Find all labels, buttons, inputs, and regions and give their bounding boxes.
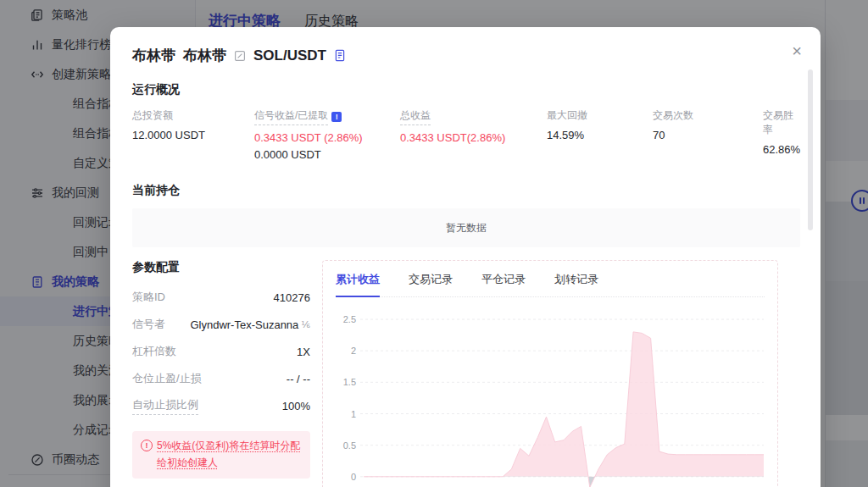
param-value: -- / -- — [287, 373, 310, 385]
param-label[interactable]: 自动止损比例 — [132, 397, 198, 415]
param-row-signaler: 信号者 Glyndwr-Tex-Suzanna ⅙ — [132, 311, 310, 338]
strategy-detail-modal: × 布林带 布林带 SOL/USDT 运行概况 总投资额 12.0000 USD… — [110, 27, 821, 487]
position-heading: 当前持仓 — [132, 183, 800, 198]
param-row-tp-sl: 仓位止盈/止损 -- / -- — [132, 365, 310, 392]
signaler-name: Glyndwr-Tex-Suzanna — [190, 318, 298, 331]
stat-label[interactable]: 信号收益/已提取 — [254, 108, 328, 125]
svg-text:2: 2 — [351, 346, 356, 356]
modal-title: 布林带 布林带 SOL/USDT — [132, 46, 800, 65]
overview-stats: 总投资额 12.0000 USDT 信号收益/已提取 ! 0.3433 USDT… — [132, 108, 800, 161]
stat-value: 0.3433 USDT (2.86%) — [254, 131, 400, 144]
cumulative-return-chart: -0.500.511.522.52022-12-022022-12-092022… — [336, 299, 765, 487]
param-label: 策略ID — [132, 290, 165, 305]
stat-label: 总投资额 — [132, 108, 173, 123]
tab-cumulative-return[interactable]: 累计收益 — [336, 272, 380, 287]
warning-circle-icon: ! — [141, 440, 153, 451]
param-value: Glyndwr-Tex-Suzanna ⅙ — [190, 318, 310, 331]
stat-total-profit: 总收益 0.3433 USDT(2.86%) — [400, 108, 547, 161]
stat-total-investment: 总投资额 12.0000 USDT — [132, 108, 254, 161]
stat-value: 0.3433 USDT(2.86%) — [400, 131, 547, 144]
param-value: 100% — [282, 400, 310, 412]
records-panel: 累计收益 交易记录 平仓记录 划转记录 -0.500.511.522.52022… — [322, 260, 778, 487]
param-value: 1X — [297, 346, 310, 358]
empty-state: 暂无数据 — [132, 208, 800, 247]
empty-state-text: 暂无数据 — [446, 221, 487, 235]
param-label: 仓位止盈/止损 — [132, 371, 202, 386]
svg-text:0.5: 0.5 — [343, 440, 356, 451]
param-row-leverage: 杠杆倍数 1X — [132, 338, 310, 365]
stat-signal-profit: 信号收益/已提取 ! 0.3433 USDT (2.86%) 0.0000 US… — [254, 108, 400, 161]
param-label: 信号者 — [132, 317, 165, 332]
tab-close-records[interactable]: 平仓记录 — [481, 272, 526, 287]
profit-share-warning: ! 5%收益(仅盈利)将在结算时分配给初始创建人 — [132, 431, 310, 479]
edit-icon[interactable] — [234, 50, 246, 62]
param-row-strategy-id: 策略ID 410276 — [132, 284, 310, 311]
trading-pair: SOL/USDT — [253, 47, 326, 64]
tab-transfer-records[interactable]: 划转记录 — [554, 272, 598, 287]
svg-text:0: 0 — [351, 472, 356, 482]
param-value: 410276 — [274, 291, 310, 304]
record-tabs: 累计收益 交易记录 平仓记录 划转记录 — [336, 272, 765, 297]
stat-value: 12.0000 USDT — [132, 129, 254, 141]
svg-text:2.5: 2.5 — [343, 314, 356, 324]
param-label: 杠杆倍数 — [132, 344, 176, 359]
stat-label: 最大回撤 — [547, 108, 587, 123]
copy-document-icon[interactable] — [334, 49, 346, 62]
stat-win-rate: 交易胜率 62.86% — [763, 108, 800, 161]
fraction-badge-icon: ⅙ — [301, 319, 310, 330]
strategy-name: 布林带 — [132, 46, 175, 65]
stat-value: 62.86% — [763, 143, 800, 156]
info-icon[interactable]: ! — [331, 112, 342, 122]
strategy-alias: 布林带 — [183, 46, 226, 65]
stat-value: 70 — [653, 129, 763, 141]
svg-text:1.5: 1.5 — [343, 377, 356, 387]
app-root: 进行中策略 历史策略 策略池 量化排行榜 创建新策略 组合指标- 组合指标- — [0, 0, 868, 487]
stat-label: 交易胜率 — [763, 108, 800, 137]
params-panel: 参数配置 策略ID 410276 信号者 Glyndwr-Tex-Suzanna… — [132, 260, 310, 487]
stat-trade-count: 交易次数 70 — [653, 108, 763, 161]
param-row-auto-stoploss: 自动止损比例 100% — [132, 392, 310, 419]
stat-label[interactable]: 总收益 — [400, 108, 431, 125]
overview-heading: 运行概况 — [132, 82, 800, 97]
tab-trade-records[interactable]: 交易记录 — [409, 272, 453, 287]
stat-value-secondary: 0.0000 USDT — [254, 148, 400, 161]
stat-max-drawdown: 最大回撤 14.59% — [547, 108, 653, 161]
stat-value: 14.59% — [547, 129, 653, 141]
svg-text:1: 1 — [351, 409, 356, 419]
params-heading: 参数配置 — [132, 260, 310, 275]
stat-label: 交易次数 — [653, 108, 693, 123]
warning-text: 5%收益(仅盈利)将在结算时分配给初始创建人 — [157, 438, 302, 472]
